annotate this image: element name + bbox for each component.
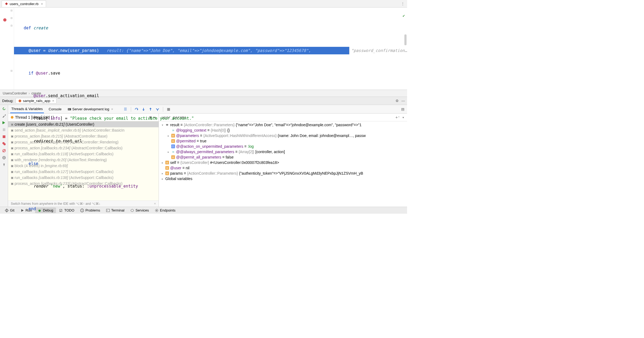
close-icon[interactable]: ×	[41, 2, 43, 6]
current-line: @user = User.new(user_params) result: {"…	[14, 47, 407, 54]
editor-tabbar: users_controller.rb × ⋮	[0, 0, 407, 8]
debug-label: Debug:	[2, 99, 13, 103]
fold-icon[interactable]: ⊟	[10, 17, 13, 19]
frame-icon: ▣	[11, 140, 13, 144]
pause-icon[interactable]	[2, 128, 6, 132]
inspection-ok-icon[interactable]: ✔	[403, 12, 405, 19]
debug-side-toolbar	[0, 105, 8, 207]
svg-point-11	[4, 157, 5, 158]
frame-icon: ▣	[11, 164, 13, 168]
frame-icon: ▣	[11, 158, 13, 162]
breakpoint-icon[interactable]	[3, 18, 6, 22]
thread-status-icon	[11, 116, 13, 119]
fold-icon[interactable]: ⊟	[10, 9, 13, 12]
pin-icon[interactable]	[2, 163, 6, 167]
frame-icon: ▣	[11, 176, 13, 179]
file-tab-name: users_controller.rb	[10, 2, 38, 6]
frame-icon: ▣	[11, 129, 13, 132]
frame-icon: ▣	[11, 170, 13, 174]
svg-point-7	[4, 143, 6, 145]
settings-icon[interactable]	[2, 156, 6, 160]
rerun-icon[interactable]	[2, 107, 6, 111]
svg-rect-5	[3, 135, 5, 138]
editor: ⊟ ⊟ ⊟ ⊟ def create @user = User.new(user…	[0, 8, 407, 90]
code-area[interactable]: def create @user = User.new(user_params)…	[14, 8, 407, 90]
ruby-file-icon	[5, 2, 8, 6]
tab-menu-icon[interactable]: ⋮	[398, 2, 407, 6]
stop-icon[interactable]	[2, 135, 6, 139]
frame-icon: ▣	[11, 146, 13, 150]
wrench-icon[interactable]	[2, 114, 6, 118]
frame-icon: ▣	[11, 182, 13, 185]
frame-icon: ▣	[11, 123, 13, 126]
svg-point-20	[6, 209, 7, 210]
frame-icon: ▣	[11, 135, 13, 138]
svg-rect-4	[4, 128, 5, 131]
fold-icon[interactable]: ⊟	[10, 24, 13, 27]
mute-breakpoints-icon[interactable]	[2, 149, 6, 153]
view-breakpoints-icon[interactable]	[2, 142, 6, 146]
svg-point-21	[6, 210, 7, 211]
git-icon	[5, 209, 9, 212]
editor-gutter: ⊟ ⊟ ⊟ ⊟	[0, 8, 14, 90]
svg-rect-2	[2, 121, 3, 124]
resume-icon[interactable]	[2, 121, 6, 125]
frame-icon: ▣	[11, 152, 13, 156]
fold-icon[interactable]: ⊟	[10, 69, 13, 72]
svg-rect-3	[3, 128, 4, 131]
scrollbar-thumb[interactable]	[404, 34, 407, 45]
inline-debug-hint: result: {"name"=>"John Doe", "email"=>"j…	[107, 47, 349, 54]
file-tab[interactable]: users_controller.rb ×	[2, 1, 46, 7]
svg-marker-0	[5, 2, 8, 5]
